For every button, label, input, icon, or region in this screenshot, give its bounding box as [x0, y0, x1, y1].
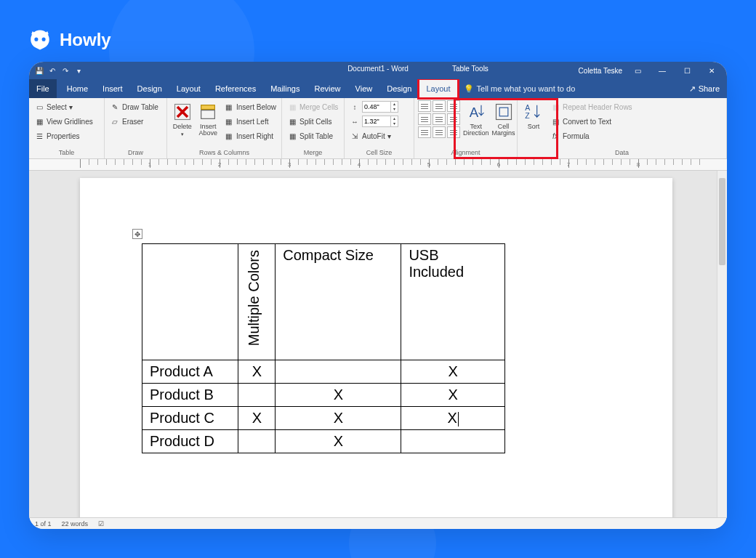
- spin-down-icon[interactable]: ▾: [391, 121, 398, 126]
- tab-file[interactable]: File: [29, 79, 57, 98]
- align-middle-right[interactable]: [447, 113, 460, 125]
- lightbulb-icon: 💡: [464, 84, 474, 94]
- tab-references[interactable]: References: [208, 79, 263, 98]
- header-empty[interactable]: [142, 244, 238, 360]
- align-bottom-left[interactable]: [418, 126, 431, 138]
- eraser-icon: ▱: [110, 116, 120, 126]
- redo-icon[interactable]: ↷: [61, 66, 70, 75]
- share-button[interactable]: ↗ Share: [682, 79, 727, 98]
- spin-up-icon[interactable]: ▴: [391, 116, 398, 121]
- table-cell[interactable]: X: [276, 407, 401, 430]
- table-cell[interactable]: X: [401, 384, 505, 407]
- tab-review[interactable]: Review: [307, 79, 348, 98]
- align-top-right[interactable]: [447, 100, 460, 112]
- close-icon[interactable]: ✕: [702, 63, 721, 78]
- word-count[interactable]: 22 words: [62, 520, 89, 527]
- header-multiple-colors[interactable]: Multiple Colors: [238, 244, 276, 360]
- table-row: Product A X X: [142, 360, 505, 384]
- tab-mailings[interactable]: Mailings: [263, 79, 307, 98]
- sort-button[interactable]: AZ Sort: [521, 100, 546, 130]
- group-label-cellsize: Cell Size: [345, 147, 414, 158]
- insert-left-icon: ▦: [224, 116, 234, 126]
- text-direction-button[interactable]: A Text Direction: [463, 100, 489, 137]
- cell-margins-button[interactable]: Cell Margins: [492, 100, 515, 137]
- col-width-input[interactable]: [363, 118, 390, 125]
- horizontal-ruler[interactable]: 12345678: [29, 159, 727, 171]
- header-label: USB Included: [409, 247, 464, 280]
- document-table[interactable]: Multiple Colors Compact Size USB Include…: [142, 243, 505, 453]
- convert-to-text-button[interactable]: ▤Convert to Text: [549, 115, 634, 128]
- svg-text:A: A: [469, 105, 478, 120]
- insert-above-button[interactable]: Insert Above: [196, 100, 219, 137]
- tab-home[interactable]: Home: [60, 79, 95, 98]
- insert-left-button[interactable]: ▦Insert Left: [222, 115, 278, 128]
- formula-button[interactable]: fxFormula: [549, 129, 634, 142]
- scrollbar-thumb[interactable]: [719, 178, 725, 265]
- spellcheck-icon[interactable]: ☑: [98, 520, 104, 527]
- row-label[interactable]: Product C: [142, 407, 238, 430]
- split-table-button[interactable]: ▦Split Table: [286, 129, 339, 142]
- page-indicator[interactable]: 1 of 1: [35, 520, 52, 527]
- tell-me-placeholder: Tell me what you want to do: [477, 84, 576, 93]
- row-height-input[interactable]: [363, 103, 390, 110]
- tab-insert[interactable]: Insert: [95, 79, 130, 98]
- row-label[interactable]: Product B: [142, 384, 238, 407]
- align-middle-center[interactable]: [433, 113, 446, 125]
- align-top-center[interactable]: [433, 100, 446, 112]
- text-direction-icon: A: [466, 102, 486, 122]
- table-cell[interactable]: [401, 430, 505, 453]
- undo-icon[interactable]: ↶: [48, 66, 57, 75]
- tab-design[interactable]: Design: [130, 79, 169, 98]
- table-cell[interactable]: X: [238, 407, 276, 430]
- document-area[interactable]: ✥ Multiple Colors Compact Size USB Inclu…: [29, 171, 727, 517]
- tab-table-layout[interactable]: Layout: [419, 79, 457, 98]
- row-height-field[interactable]: ↕ ▴▾: [348, 100, 400, 113]
- autofit-button[interactable]: ⇲AutoFit▾: [348, 129, 400, 142]
- text-direction-label: Text Direction: [463, 124, 489, 137]
- split-cells-button[interactable]: ▦Split Cells: [286, 115, 339, 128]
- align-middle-left[interactable]: [418, 113, 431, 125]
- col-width-field[interactable]: ↔ ▴▾: [348, 115, 400, 128]
- spin-up-icon[interactable]: ▴: [391, 102, 398, 107]
- eraser-button[interactable]: ▱Eraser: [108, 115, 160, 128]
- select-button[interactable]: ▭Select▾: [33, 100, 94, 113]
- row-label[interactable]: Product A: [142, 360, 238, 384]
- repeat-header-label: Repeat Header Rows: [563, 103, 632, 111]
- tab-view[interactable]: View: [348, 79, 380, 98]
- table-cell[interactable]: [276, 360, 401, 384]
- tab-layout[interactable]: Layout: [169, 79, 208, 98]
- owl-icon: [28, 28, 52, 52]
- table-cell[interactable]: X: [238, 360, 276, 384]
- view-gridlines-button[interactable]: ▦View Gridlines: [33, 115, 94, 128]
- draw-table-button[interactable]: ✎Draw Table: [108, 100, 160, 113]
- table-move-handle-icon[interactable]: ✥: [132, 229, 142, 239]
- spin-down-icon[interactable]: ▾: [391, 107, 398, 112]
- ribbon-display-options-icon[interactable]: ▭: [628, 63, 647, 78]
- header-compact-size[interactable]: Compact Size: [276, 244, 401, 360]
- maximize-icon[interactable]: ☐: [677, 63, 696, 78]
- tell-me-search[interactable]: 💡 Tell me what you want to do: [458, 79, 582, 98]
- tab-table-design[interactable]: Design: [379, 79, 419, 98]
- vertical-scrollbar[interactable]: [717, 171, 727, 517]
- insert-right-button[interactable]: ▦Insert Right: [222, 129, 278, 142]
- align-top-left[interactable]: [418, 100, 431, 112]
- table-header-row: Multiple Colors Compact Size USB Include…: [142, 244, 505, 360]
- table-cell[interactable]: X: [401, 360, 505, 384]
- header-usb-included[interactable]: USB Included: [401, 244, 505, 360]
- share-label: Share: [699, 84, 720, 93]
- align-bottom-right[interactable]: [447, 126, 460, 138]
- group-label-table: Table: [29, 147, 104, 158]
- insert-below-button[interactable]: ▦Insert Below: [222, 100, 278, 113]
- table-cell[interactable]: [238, 430, 276, 453]
- align-bottom-center[interactable]: [433, 126, 446, 138]
- qat-customize-icon[interactable]: ▾: [74, 66, 83, 75]
- table-cell[interactable]: [238, 384, 276, 407]
- delete-button[interactable]: Delete ▾: [171, 100, 193, 137]
- table-cell[interactable]: X: [276, 384, 401, 407]
- table-cell[interactable]: X: [401, 407, 505, 430]
- row-label[interactable]: Product D: [142, 430, 238, 453]
- table-cell[interactable]: X: [276, 430, 401, 453]
- save-icon[interactable]: 💾: [35, 66, 44, 75]
- properties-button[interactable]: ☰Properties: [33, 129, 94, 142]
- minimize-icon[interactable]: —: [653, 63, 672, 78]
